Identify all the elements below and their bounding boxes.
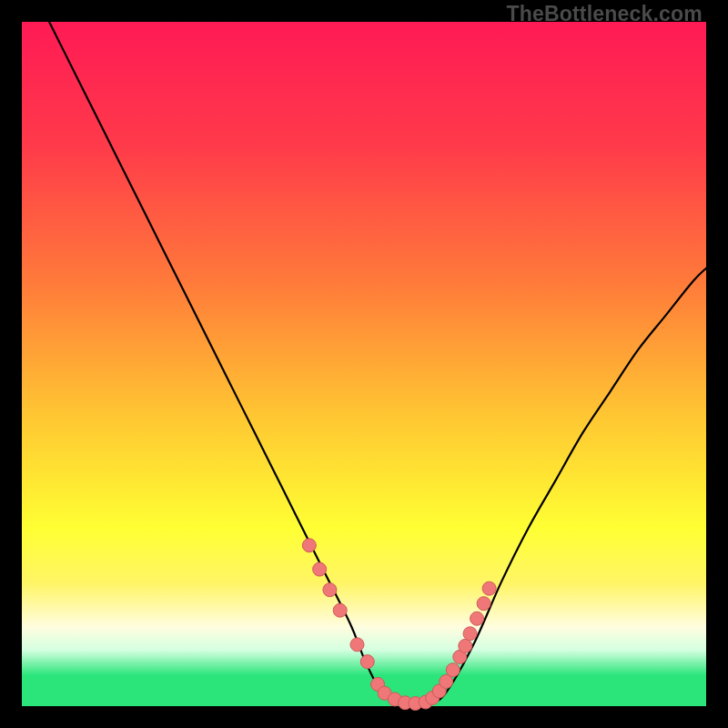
watermark-text: TheBottleneck.com: [506, 2, 703, 26]
highlight-dot: [350, 638, 364, 652]
highlight-dot: [302, 539, 316, 552]
highlight-dot: [470, 612, 484, 625]
highlight-dot: [459, 639, 472, 652]
highlight-dot: [463, 627, 477, 641]
bottleneck-curve: [49, 22, 706, 703]
highlight-dot: [446, 663, 460, 677]
highlight-dot: [482, 581, 496, 595]
highlight-dots: [302, 539, 496, 711]
highlight-dot: [360, 655, 374, 669]
highlight-dot: [323, 583, 337, 597]
highlight-dot: [313, 562, 327, 576]
curve-layer: [22, 22, 706, 706]
highlight-dot: [477, 597, 490, 611]
highlight-dot: [333, 603, 347, 617]
